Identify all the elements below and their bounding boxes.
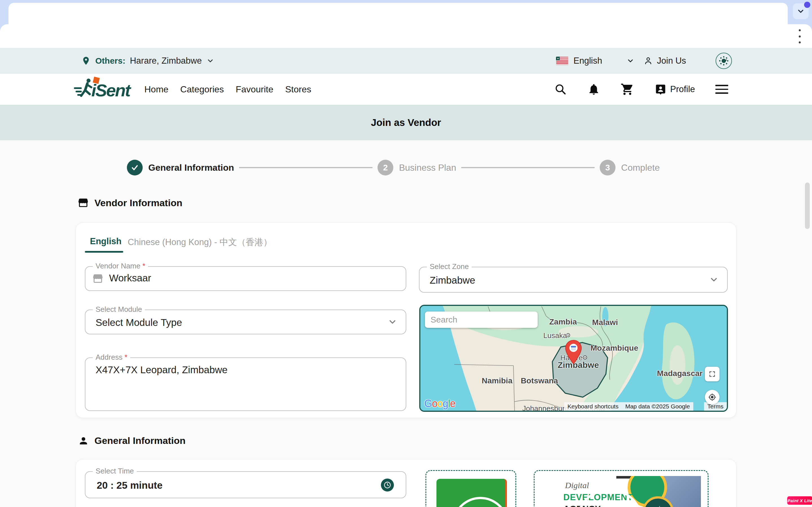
map-pin-icon[interactable]: [564, 341, 583, 364]
map-search-input[interactable]: [425, 312, 538, 328]
fullscreen-icon: [709, 371, 716, 378]
keyboard-shortcuts-button[interactable]: Keyboard shortcuts: [564, 402, 622, 411]
google-map[interactable]: Zambia Malawi Lusaka Mozambique Harare Z…: [419, 305, 728, 412]
language-selector[interactable]: English: [556, 48, 635, 74]
select-module-label: Select Module: [93, 305, 145, 314]
menu-button[interactable]: [715, 85, 728, 94]
step-1-circle: [127, 160, 143, 175]
person-icon: [644, 56, 653, 66]
step-1-label: General Information: [148, 163, 234, 173]
chevron-down-icon: [709, 275, 719, 284]
step-connector: [461, 167, 595, 168]
select-module-field[interactable]: Select Module Select Module Type: [85, 309, 406, 334]
map-label-namibia: Namibia: [482, 376, 513, 385]
map-label-johannesburg: Johannesburg: [522, 404, 569, 412]
select-time-field[interactable]: Select Time 20 : 25 minute: [85, 471, 406, 498]
cart-icon: [620, 82, 634, 96]
google-logo: Google: [424, 398, 455, 409]
map-attribution: Keyboard shortcuts Map data ©2025 Google…: [564, 402, 727, 411]
notifications-button[interactable]: [587, 83, 600, 96]
utility-bar: Others: Harare, Zimbabwe English Join Us: [0, 48, 812, 74]
search-button[interactable]: [554, 83, 567, 96]
nav-favourite[interactable]: Favourite: [236, 84, 273, 95]
profile-button[interactable]: Profile: [654, 83, 695, 96]
page-title: Join as Vendor: [371, 117, 441, 128]
map-label-malawi: Malawi: [592, 318, 618, 327]
active-tab-indicator: [85, 251, 123, 252]
hero-banner: Join as Vendor: [0, 105, 812, 140]
profile-badge-icon: [654, 83, 667, 96]
browser-toolbar: [0, 24, 812, 48]
theme-toggle-button[interactable]: [716, 53, 732, 69]
stepper: General Information 2 Business Plan 3 Co…: [127, 158, 660, 177]
check-icon: [130, 163, 139, 172]
step-3-circle: 3: [600, 160, 615, 175]
nav-categories[interactable]: Categories: [180, 84, 224, 95]
tab-list-chevron-button[interactable]: [793, 3, 809, 19]
scrollbar-thumb[interactable]: [805, 182, 810, 229]
select-module-value: Select Module Type: [96, 317, 182, 328]
location-selector[interactable]: Others: Harare, Zimbabwe: [81, 48, 214, 74]
step-connector: [239, 167, 372, 168]
browser-active-tab[interactable]: [8, 3, 788, 25]
brand-name: iSent: [91, 80, 132, 100]
page: Others: Harare, Zimbabwe English Join Us: [0, 0, 812, 507]
banner-text-digital: Digital: [565, 481, 589, 490]
my-location-icon: [708, 393, 716, 401]
select-zone-field[interactable]: Select Zone Zimbabwe: [419, 267, 728, 293]
map-label-mozambique: Mozambique: [591, 344, 638, 353]
language-flag-icon: [556, 57, 568, 65]
nav-stores[interactable]: Stores: [285, 84, 311, 95]
person-icon: [78, 436, 89, 446]
banner-logo-mark: [651, 504, 666, 507]
map-label-madagascar: Madagascar: [657, 369, 703, 378]
map-label-botswana: Botswana: [521, 376, 558, 385]
chevron-down-icon: [388, 317, 397, 327]
nav-home[interactable]: Home: [144, 84, 168, 95]
select-zone-label: Select Zone: [427, 262, 472, 271]
location-prefix: Others:: [95, 56, 125, 66]
location-value: Harare, Zimbabwe: [130, 56, 202, 66]
address-label: Address: [96, 353, 122, 361]
storefront-icon: [78, 197, 89, 209]
bell-icon: [587, 83, 600, 96]
tab-chinese[interactable]: Chinese (Hong Kong) - 中文（香港）: [128, 236, 272, 248]
map-data-attribution: Map data ©2025 Google: [622, 402, 693, 411]
banner-upload-box[interactable]: Digital DEVELOPMENT AGENCY: [534, 470, 709, 507]
vendor-name-label: Vendor Name: [96, 262, 140, 270]
chevron-down-icon: [626, 57, 635, 65]
vendor-name-input[interactable]: [109, 272, 397, 284]
general-form-card: Select Time 20 : 25 minute: [75, 459, 737, 507]
site-header: iSent Home Categories Favourite Stores: [0, 74, 812, 105]
search-icon: [554, 83, 567, 96]
general-info-heading: General Information: [78, 435, 186, 446]
tab-english[interactable]: English: [90, 236, 121, 246]
map-label-lusaka: Lusaka: [543, 331, 567, 340]
watermark-badge: Paint X Lite: [787, 496, 812, 505]
select-time-value: 20 : 25 minute: [97, 480, 162, 491]
step-3-label: Complete: [621, 163, 660, 173]
chevron-down-icon: [797, 7, 805, 15]
address-input[interactable]: X47X+7X Leopard, Zimbabwe: [96, 364, 395, 404]
browser-menu-button[interactable]: [796, 29, 804, 43]
clock-icon: [384, 481, 391, 489]
map-fullscreen-button[interactable]: [705, 367, 719, 381]
hamburger-icon: [715, 85, 728, 86]
vendor-name-field: Vendor Name *: [85, 266, 406, 291]
logo-upload-box[interactable]: [425, 470, 516, 507]
language-label: English: [573, 56, 602, 66]
storefront-icon: [92, 273, 103, 284]
profile-label: Profile: [670, 84, 695, 94]
location-pin-icon: [81, 56, 91, 66]
map-label-zambia: Zambia: [549, 318, 577, 327]
sun-icon: [718, 55, 729, 66]
select-zone-value: Zimbabwe: [430, 275, 475, 286]
address-field: Address * X47X+7X Leopard, Zimbabwe: [85, 357, 406, 411]
chevron-down-icon: [206, 57, 214, 65]
select-time-label: Select Time: [93, 467, 137, 475]
map-my-location-button[interactable]: [705, 390, 719, 404]
cart-button[interactable]: [620, 82, 634, 96]
vendor-info-heading: Vendor Information: [78, 197, 183, 209]
time-picker-button[interactable]: [381, 478, 394, 492]
brand-logo[interactable]: iSent: [74, 76, 139, 103]
